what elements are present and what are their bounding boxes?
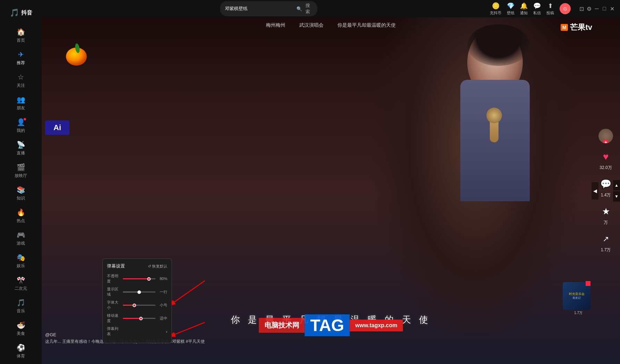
- close-btn[interactable]: ✕: [610, 6, 614, 11]
- sidebar-item-follow[interactable]: ☆ 关注: [0, 69, 42, 92]
- friends-icon: 👥: [17, 95, 25, 104]
- share-icon: ↗: [599, 232, 612, 246]
- ai-badge: Ai: [45, 120, 69, 135]
- panel-down-btn[interactable]: ▼: [613, 191, 620, 202]
- sidebar-item-anime[interactable]: 🎌 二次元: [0, 272, 42, 295]
- follow-plus-icon: +: [603, 139, 609, 143]
- sidebar-item-mine[interactable]: 👤 我的: [0, 115, 42, 137]
- reset-icon: ↺: [148, 264, 151, 269]
- speed-label: 移动速度: [107, 313, 121, 323]
- video-background: 梅州梅州 武汉演唱会 你是最平凡却最温暖的天使 M 芒果tv: [42, 17, 620, 364]
- opacity-slider[interactable]: [123, 278, 156, 279]
- danmaku-list-label: 弹幕列表: [107, 326, 121, 337]
- video-container: 梅州梅州 武汉演唱会 你是最平凡却最温暖的天使 M 芒果tv: [42, 17, 620, 364]
- side-expand-btn[interactable]: ◀: [592, 182, 598, 200]
- sidebar-item-recommend[interactable]: ✈ 推荐: [0, 47, 42, 69]
- sidebar-item-music[interactable]: 🎵 音乐: [0, 295, 42, 318]
- font-size-slider[interactable]: [123, 305, 156, 306]
- sidebar: 🎵 抖音 🏠 首页 ✈ 推荐 ☆ 关注 👥 朋友 👤 我的 📡 直播 🎬 放映厅…: [0, 0, 42, 364]
- singer-area: [342, 17, 585, 336]
- watermark-url: www.tagxp.com: [350, 320, 403, 331]
- chat-icon: 💬: [533, 2, 541, 10]
- speed-slider[interactable]: [123, 318, 156, 319]
- sidebar-item-live[interactable]: 📡 直播: [0, 137, 42, 160]
- home-icon: 🏠: [17, 28, 25, 36]
- follow-icon: ☆: [18, 73, 24, 81]
- speed-row: 移动速度 适中: [107, 313, 167, 323]
- expand-icon[interactable]: ◀: [592, 182, 598, 200]
- sidebar-item-fashion[interactable]: 👗 时尚: [0, 363, 42, 364]
- logo[interactable]: 🎵 抖音: [0, 3, 42, 24]
- panel-toggle: ▲ ▼: [613, 180, 620, 202]
- anime-icon: 🎌: [17, 276, 25, 284]
- maximize-btn[interactable]: □: [602, 6, 607, 11]
- share-action[interactable]: ↗ 1.7万: [599, 232, 612, 253]
- display-area-slider[interactable]: [123, 291, 156, 293]
- wallet-icon: 💎: [507, 2, 514, 10]
- music-icon: 🎵: [17, 298, 25, 307]
- entertainment-icon: 🎭: [17, 253, 25, 262]
- like-action[interactable]: ♥ 32.0万: [599, 150, 612, 171]
- creator-follow[interactable]: +: [598, 129, 613, 143]
- games-icon: 🎮: [17, 231, 25, 239]
- collect-count: 万: [604, 220, 608, 226]
- danmaku-settings-panel: 弹幕设置 ↺ 恢复默认 不透明度 80%: [102, 259, 172, 343]
- comment-action[interactable]: 💬 1.4万: [599, 178, 612, 198]
- collect-action[interactable]: ★ 万: [599, 205, 612, 226]
- sidebar-item-home[interactable]: 🏠 首页: [0, 24, 42, 47]
- settings-btn[interactable]: ⚙: [587, 6, 592, 11]
- event-thumbnail: 时光音乐会 老友记: [563, 282, 590, 310]
- tiktok-logo-icon: 🎵: [10, 8, 19, 17]
- mango-icon: [64, 43, 89, 69]
- food-icon: 🍜: [17, 321, 25, 329]
- side-event-image: 时光音乐会 老友记 1.7万: [563, 282, 594, 315]
- watermark-site-text: 电脑技术网: [259, 318, 305, 333]
- font-size-value: 小号: [158, 303, 167, 308]
- like-count: 32.0万: [600, 165, 612, 171]
- logo-text: 抖音: [21, 9, 32, 17]
- recommend-icon: ✈: [18, 50, 24, 59]
- panel-up-btn[interactable]: ▲: [613, 180, 620, 191]
- sidebar-item-hot[interactable]: 🔥 热点: [0, 205, 42, 227]
- notification-dot: [24, 118, 26, 120]
- sports-icon: ⚽: [17, 344, 25, 352]
- sidebar-item-knowledge[interactable]: 📚 知识: [0, 182, 42, 205]
- search-input[interactable]: [225, 6, 294, 11]
- sidebar-item-food[interactable]: 🍜 美食: [0, 318, 42, 340]
- main-content: 🔍 搜索 🪙 充抖币 💎 壁纸 🔔 通知 💬 私信 ⬆: [42, 0, 620, 364]
- sidebar-item-friends[interactable]: 👥 朋友: [0, 92, 42, 115]
- search-button[interactable]: 🔍 搜索: [296, 2, 312, 15]
- opacity-row: 不透明度 80%: [107, 273, 167, 284]
- red-indicator: [586, 281, 590, 286]
- notification-icon-btn[interactable]: 🔔 通知: [520, 2, 528, 16]
- recharge-icon-btn[interactable]: 🪙 充抖币: [490, 2, 501, 16]
- opacity-label: 不透明度: [107, 273, 121, 284]
- comment-count: 1.4万: [601, 192, 611, 198]
- bell-icon: 🔔: [520, 2, 528, 10]
- search-icon: 🔍: [296, 6, 302, 11]
- watermark-tag: TAG: [305, 314, 350, 336]
- comment-icon: 💬: [599, 178, 612, 191]
- user-avatar[interactable]: G: [560, 3, 571, 14]
- upload-icon-btn[interactable]: ⬆ 投稿: [546, 2, 554, 16]
- tag-wuhan[interactable]: 武汉演唱会: [299, 22, 324, 28]
- danmaku-list-row[interactable]: 弹幕列表 ›: [107, 326, 167, 337]
- pip-window-btn[interactable]: ⊡: [579, 6, 584, 11]
- reset-button[interactable]: ↺ 恢复默认: [148, 264, 167, 269]
- list-arrow-icon[interactable]: ›: [166, 329, 167, 334]
- watermark: 电脑技术网 TAG www.tagxp.com: [259, 314, 403, 336]
- tag-meizhoumeizhou[interactable]: 梅州梅州: [266, 22, 285, 28]
- sidebar-item-sports[interactable]: ⚽ 体育: [0, 340, 42, 363]
- search-bar[interactable]: 🔍 搜索: [220, 1, 317, 16]
- wallet-icon-btn[interactable]: 💎 壁纸: [507, 2, 514, 16]
- like-icon: ♥: [599, 150, 612, 163]
- minimize-btn[interactable]: ─: [594, 6, 599, 11]
- message-icon-btn[interactable]: 💬 私信: [533, 2, 541, 16]
- topbar-right: 🪙 充抖币 💎 壁纸 🔔 通知 💬 私信 ⬆ 投稿 G ⊡ ⚙: [490, 2, 614, 16]
- star-icon: ★: [599, 205, 612, 218]
- font-size-row: 字体大小 小号: [107, 300, 167, 310]
- svg-line-2: [170, 281, 205, 305]
- sidebar-item-entertainment[interactable]: 🎭 娱乐: [0, 250, 42, 272]
- sidebar-item-games[interactable]: 🎮 游戏: [0, 227, 42, 250]
- sidebar-item-cinema[interactable]: 🎬 放映厅: [0, 160, 42, 182]
